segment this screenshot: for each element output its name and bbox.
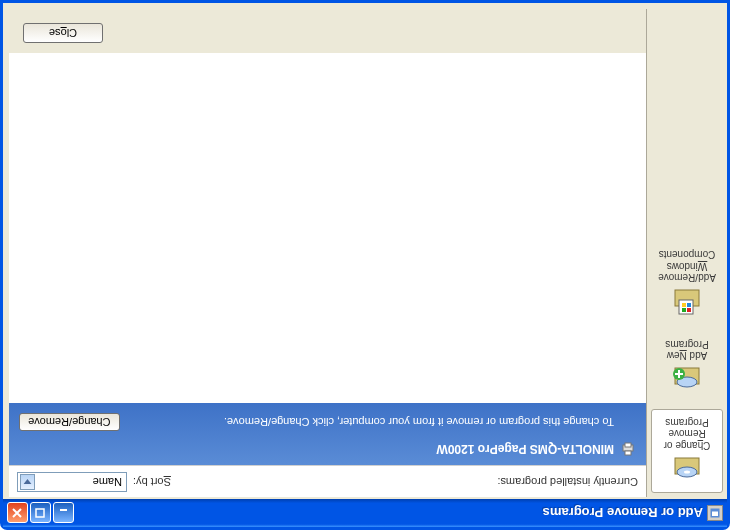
sidebar-item-windows-components[interactable]: Add/Remove Windows Components (651, 242, 723, 326)
cd-plus-icon (671, 365, 703, 397)
sidebar-item-change-remove[interactable]: Change or Remove Programs (651, 410, 723, 494)
app-icon (707, 505, 723, 521)
program-item-selected[interactable]: MINOLTA-QMS PagePro 1200W To change this… (9, 403, 646, 465)
installed-programs-label: Currently installed programs: (497, 476, 638, 488)
body-area: Change or Remove Programs Add New Progra… (3, 3, 727, 499)
program-hint: To change this program or remove it from… (130, 416, 614, 428)
cd-box-icon (671, 454, 703, 486)
sidebar-item-label: Change or Remove Programs (654, 417, 720, 452)
sidebar-item-label: Add/Remove Windows Components (654, 249, 720, 284)
program-list: MINOLTA-QMS PagePro 1200W To change this… (9, 53, 646, 466)
sort-by-value: Name (93, 476, 122, 488)
main-panel: Currently installed programs: Sort by: N… (9, 9, 647, 497)
printer-icon (620, 441, 636, 457)
svg-rect-12 (687, 309, 691, 313)
maximize-button[interactable] (30, 503, 51, 524)
chevron-down-icon (20, 474, 35, 490)
sidebar-item-add-new[interactable]: Add New Programs (651, 332, 723, 404)
window-title: Add or Remove Programs (74, 506, 703, 521)
svg-rect-14 (687, 304, 691, 308)
program-name: MINOLTA-QMS PagePro 1200W (436, 442, 614, 456)
windows-box-icon (671, 287, 703, 319)
svg-point-6 (684, 471, 690, 474)
minimize-button[interactable] (53, 503, 74, 524)
change-remove-button[interactable]: Change/Remove (19, 413, 120, 431)
sidebar-item-label: Add New Programs (654, 339, 720, 362)
sort-by-label: Sort by: (133, 476, 171, 488)
svg-rect-2 (61, 509, 68, 511)
svg-rect-1 (712, 512, 718, 517)
close-button[interactable]: Close (23, 23, 103, 43)
svg-rect-13 (682, 309, 686, 313)
topbar: Currently installed programs: Sort by: N… (9, 466, 646, 497)
sidebar: Change or Remove Programs Add New Progra… (647, 3, 727, 499)
window-controls (7, 503, 74, 524)
titlebar[interactable]: Add or Remove Programs (3, 499, 727, 527)
svg-rect-3 (37, 509, 45, 517)
svg-rect-17 (625, 451, 631, 455)
footer: Close (9, 9, 646, 53)
svg-rect-15 (682, 304, 686, 308)
sort-by-dropdown[interactable]: Name (17, 472, 127, 492)
close-window-button[interactable] (7, 503, 28, 524)
svg-rect-18 (625, 443, 631, 447)
window: Add or Remove Programs Change or Remove … (0, 0, 730, 530)
